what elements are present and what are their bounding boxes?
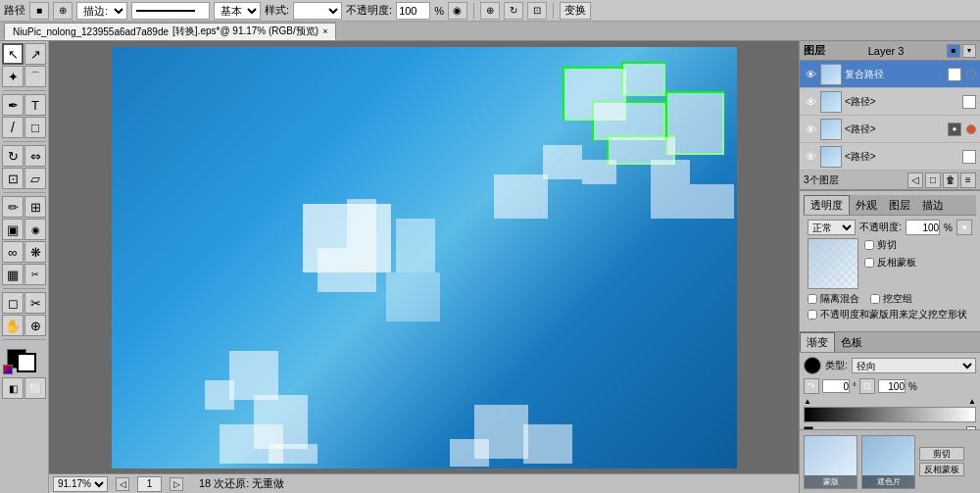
select-tool[interactable]: ↖ — [2, 43, 24, 65]
clip-action-btn[interactable]: 剪切 — [919, 447, 964, 461]
prev-artboard-btn[interactable]: ◁ — [116, 477, 129, 491]
normal-mode-btn[interactable]: ◧ — [2, 377, 24, 399]
gradient-tool[interactable]: ▣ — [2, 219, 24, 240]
gradient-fill-icon[interactable] — [804, 357, 821, 374]
lasso-tool[interactable]: ⌒ — [24, 66, 46, 87]
gradient-tabs: 渐变 色板 — [800, 332, 980, 353]
mesh-tool[interactable]: ⊞ — [24, 196, 46, 218]
tab-gradient[interactable]: 渐变 — [800, 332, 835, 352]
gradient-stops-bottom — [804, 426, 976, 429]
layer-eye-4[interactable]: 👁 — [804, 150, 817, 164]
shape-8 — [494, 174, 548, 219]
transparency-content: 正常 不透明度: % ▾ 剪切 — [804, 216, 976, 327]
layer-item-path1[interactable]: 👁 <路径> ○ — [800, 88, 980, 116]
rect-tool[interactable]: □ — [24, 117, 46, 138]
stop-right-color[interactable] — [966, 426, 976, 429]
fill-stroke-area[interactable] — [3, 345, 46, 374]
stop-arrow-left[interactable]: ▲ — [804, 397, 811, 406]
style-select[interactable] — [293, 2, 342, 20]
slice-tool[interactable]: ✂ — [24, 264, 46, 285]
transform-btn[interactable]: 变换 — [560, 2, 591, 20]
artwork-canvas[interactable] — [112, 47, 737, 468]
isolate-checkbox[interactable] — [808, 294, 817, 304]
layers-btn-3[interactable]: 🗑 — [943, 173, 958, 188]
color-mode-icon[interactable] — [3, 365, 13, 374]
layer-eye-2[interactable]: 👁 — [804, 95, 817, 109]
zoom-tool[interactable]: ⊕ — [24, 315, 46, 336]
icon-btn2[interactable]: ↻ — [504, 2, 523, 20]
tab-layers[interactable]: 图层 — [883, 195, 916, 215]
layer-name-4: <路径> — [845, 150, 959, 164]
line-tool[interactable]: / — [2, 117, 24, 138]
magic-wand-tool[interactable]: ✦ — [2, 66, 24, 87]
layers-btn-2[interactable]: □ — [925, 173, 941, 188]
scissors-tool[interactable]: ✂ — [24, 292, 46, 314]
symbol-tool[interactable]: ❋ — [24, 241, 46, 263]
document-tab[interactable]: NiuPic_nolong_123955a6ad7a89de [转换].eps*… — [4, 23, 336, 40]
opacity-input2[interactable] — [906, 220, 940, 235]
stop-arrow-right[interactable]: ▲ — [968, 397, 976, 406]
stop-left-color[interactable] — [804, 426, 813, 429]
right-panel: 图层 Layer 3 ■ ▾ 👁 复合路径 ○ 👁 <路径> ○ — [799, 41, 980, 493]
path-mode-btn2[interactable]: ⊕ — [53, 2, 73, 20]
clip-checkbox[interactable] — [864, 240, 874, 250]
brush-tool[interactable]: ✏ — [2, 196, 24, 218]
layer-item-compound[interactable]: 👁 复合路径 ○ — [800, 61, 980, 88]
scale-icon[interactable]: ⊡ — [859, 378, 875, 394]
eraser-tool[interactable]: ◻ — [2, 292, 24, 314]
layer-item-path3[interactable]: 👁 <路径> ○ — [800, 143, 980, 171]
scale-tool[interactable]: ⊡ — [2, 168, 24, 189]
gradient-bar[interactable] — [804, 407, 976, 422]
blend-tool[interactable]: ∞ — [2, 241, 24, 263]
artboard-input[interactable] — [137, 476, 162, 492]
rotate-tool[interactable]: ↻ — [2, 145, 24, 167]
icon-btn1[interactable]: ⊕ — [480, 2, 500, 20]
eyedropper-tool[interactable]: ◉ — [24, 219, 46, 240]
pen-tool[interactable]: ✒ — [2, 94, 24, 116]
angle-icon[interactable]: ↷ — [804, 378, 819, 394]
invert-checkbox[interactable] — [864, 258, 874, 268]
invert-action-btn[interactable]: 反相蒙板 — [919, 463, 964, 476]
path-select[interactable]: 描边: — [76, 2, 127, 20]
opacity-icon[interactable]: ◉ — [448, 2, 467, 20]
opacity-label2: 不透明度: — [859, 221, 902, 234]
chart-tool[interactable]: ▦ — [2, 264, 24, 285]
gradient-type-select[interactable]: 径向 — [852, 358, 976, 373]
canvas-container[interactable] — [49, 41, 799, 473]
blend-mode-select[interactable]: 正常 — [808, 220, 856, 235]
tab-appearance[interactable]: 外观 — [850, 195, 883, 215]
layer-eye-1[interactable]: 👁 — [804, 68, 817, 81]
layer-color-icon[interactable]: ■ — [947, 44, 960, 58]
hand-tool[interactable]: ✋ — [2, 315, 24, 336]
layer-options-icon[interactable]: ▾ — [962, 44, 976, 58]
opacity-icon2[interactable]: ▾ — [956, 220, 972, 235]
path-mode-btn1[interactable]: ■ — [29, 2, 49, 20]
tab-close-btn[interactable]: × — [322, 26, 327, 36]
style-label: 样式: — [265, 3, 289, 18]
blend-select[interactable]: 基本 — [214, 2, 261, 20]
tab-stroke[interactable]: 描边 — [916, 195, 950, 215]
opacity-input[interactable] — [396, 2, 430, 20]
stroke-swatch[interactable] — [17, 353, 36, 372]
layer-eye-3[interactable]: 👁 — [804, 123, 817, 136]
tab-swatches[interactable]: 色板 — [835, 332, 868, 352]
layer-item-path2[interactable]: 👁 <路径> ● — [800, 116, 980, 143]
layers-btn-1[interactable]: ◁ — [907, 173, 923, 188]
knockout-checkbox[interactable] — [870, 294, 880, 304]
scale-input[interactable] — [878, 379, 906, 393]
angle-input[interactable] — [822, 379, 850, 393]
icon-btn3[interactable]: ⊡ — [527, 2, 547, 20]
mirror-tool[interactable]: ⇔ — [24, 145, 46, 167]
full-screen-btn[interactable]: ⬜ — [24, 377, 46, 399]
status-bar: 91.17% ◁ ▷ 18 次还原: 无重做 — [49, 473, 799, 493]
direct-select-tool[interactable]: ↗ — [24, 43, 46, 65]
long-checkbox[interactable] — [808, 310, 817, 320]
layers-btn-4[interactable]: ≡ — [960, 173, 976, 188]
shear-tool[interactable]: ▱ — [24, 168, 46, 189]
tab-transparency[interactable]: 透明度 — [804, 195, 850, 215]
zoom-select[interactable]: 91.17% — [53, 476, 108, 492]
next-artboard-btn[interactable]: ▷ — [170, 477, 183, 491]
text-tool[interactable]: T — [24, 94, 46, 116]
layer-header-icons: ■ ▾ — [947, 44, 976, 58]
layer-dot-1 — [966, 70, 976, 79]
